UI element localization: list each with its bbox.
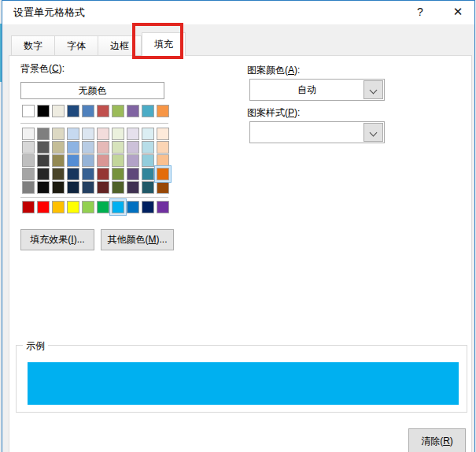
color-swatch[interactable] <box>82 181 94 194</box>
pattern-color-dropdown[interactable]: 自动 <box>249 79 385 101</box>
color-swatch[interactable] <box>82 201 94 213</box>
color-swatch[interactable] <box>127 141 139 154</box>
color-swatch[interactable] <box>127 105 139 117</box>
pattern-color-drop-button[interactable] <box>363 80 383 99</box>
color-swatch[interactable] <box>157 128 169 140</box>
color-swatch[interactable] <box>37 128 50 140</box>
color-swatch[interactable] <box>127 168 139 180</box>
color-swatch[interactable] <box>52 168 65 180</box>
color-swatch[interactable] <box>112 168 124 180</box>
pattern-style-drop-button[interactable] <box>363 123 383 142</box>
color-swatch[interactable] <box>82 105 94 117</box>
tint-color-row <box>22 181 172 194</box>
color-swatch[interactable] <box>142 201 154 213</box>
more-colors-button[interactable]: 其他颜色(M)... <box>101 229 174 250</box>
color-swatch[interactable] <box>67 168 79 180</box>
color-swatch[interactable] <box>37 181 50 194</box>
color-swatch[interactable] <box>112 128 124 140</box>
palette-divider <box>20 197 168 198</box>
color-swatch[interactable] <box>142 128 154 140</box>
color-swatch[interactable] <box>67 141 79 154</box>
tab-fill[interactable]: 填充 <box>142 32 186 56</box>
color-swatch[interactable] <box>97 128 109 140</box>
color-swatch[interactable] <box>37 154 50 167</box>
color-swatch[interactable] <box>112 201 124 213</box>
tab-strip: 数字 字体 边框 填充 <box>11 32 186 56</box>
color-swatch[interactable] <box>67 201 79 213</box>
color-swatch[interactable] <box>157 201 169 213</box>
tab-font[interactable]: 字体 <box>55 35 98 56</box>
color-swatch[interactable] <box>127 154 139 167</box>
color-swatch[interactable] <box>52 141 65 154</box>
color-swatch[interactable] <box>97 168 109 180</box>
color-swatch[interactable] <box>22 181 35 194</box>
tint-color-row <box>22 168 172 180</box>
color-swatch[interactable] <box>52 154 65 167</box>
color-swatch[interactable] <box>112 141 124 154</box>
color-swatch[interactable] <box>82 141 94 154</box>
color-swatch[interactable] <box>22 168 35 180</box>
color-swatch[interactable] <box>22 154 35 167</box>
color-swatch[interactable] <box>67 181 79 194</box>
color-swatch[interactable] <box>97 181 109 194</box>
fill-effects-button[interactable]: 填充效果(I)... <box>20 229 94 250</box>
color-swatch[interactable] <box>52 201 65 213</box>
color-swatch[interactable] <box>157 141 169 154</box>
color-swatch[interactable] <box>97 154 109 167</box>
palette-divider <box>20 123 168 124</box>
chevron-down-icon <box>370 129 378 137</box>
dialog-title: 设置单元格格式 <box>13 1 85 24</box>
color-swatch[interactable] <box>22 128 35 140</box>
fill-tab-page: 背景色(C): 无颜色 填充效果(I)... 其他颜色(M)... 图案颜色(A… <box>9 55 472 452</box>
color-swatch[interactable] <box>142 168 154 180</box>
color-swatch[interactable] <box>112 105 124 117</box>
color-swatch[interactable] <box>157 105 169 117</box>
tab-border[interactable]: 边框 <box>98 35 142 56</box>
color-swatch[interactable] <box>142 181 154 194</box>
color-swatch[interactable] <box>22 201 35 213</box>
clear-button[interactable]: 清除(R) <box>408 428 466 452</box>
tint-color-row <box>22 128 172 140</box>
color-swatch[interactable] <box>52 181 65 194</box>
help-icon[interactable]: ? <box>408 1 432 23</box>
color-swatch[interactable] <box>97 105 109 117</box>
color-swatch[interactable] <box>127 201 139 213</box>
format-cells-dialog: 设置单元格格式 ? ✕ 数字 字体 边框 填充 背景色(C): 无颜色 填充效果… <box>2 0 475 452</box>
sample-label: 示例 <box>23 339 48 353</box>
color-swatch[interactable] <box>127 181 139 194</box>
color-swatch[interactable] <box>37 201 50 213</box>
color-swatch[interactable] <box>52 128 65 140</box>
sample-group-box: 示例 <box>16 345 467 413</box>
color-swatch[interactable] <box>112 154 124 167</box>
color-swatch[interactable] <box>142 105 154 117</box>
pattern-color-label: 图案颜色(A): <box>247 64 300 77</box>
color-swatch[interactable] <box>112 181 124 194</box>
color-swatch[interactable] <box>52 105 65 117</box>
color-swatch[interactable] <box>157 181 169 194</box>
color-swatch[interactable] <box>37 105 50 117</box>
color-swatch[interactable] <box>127 128 139 140</box>
tint-color-rows <box>22 128 172 195</box>
no-color-button[interactable]: 无颜色 <box>20 82 164 99</box>
pattern-style-dropdown[interactable] <box>249 121 385 143</box>
pattern-style-label: 图案样式(P): <box>247 106 300 120</box>
color-swatch[interactable] <box>97 201 109 213</box>
color-swatch[interactable] <box>67 154 79 167</box>
background-color-label: 背景色(C): <box>20 62 65 76</box>
color-swatch[interactable] <box>37 141 50 154</box>
color-swatch[interactable] <box>22 141 35 154</box>
color-swatch[interactable] <box>37 168 50 180</box>
color-swatch[interactable] <box>142 141 154 154</box>
color-swatch[interactable] <box>97 141 109 154</box>
color-swatch[interactable] <box>157 168 169 180</box>
color-swatch[interactable] <box>22 105 35 117</box>
color-swatch[interactable] <box>67 128 79 140</box>
color-swatch[interactable] <box>82 168 94 180</box>
color-swatch[interactable] <box>82 128 94 140</box>
color-swatch[interactable] <box>67 105 79 117</box>
close-icon[interactable]: ✕ <box>446 1 470 23</box>
color-swatch[interactable] <box>157 154 169 167</box>
color-swatch[interactable] <box>82 154 94 167</box>
tab-number[interactable]: 数字 <box>11 35 55 56</box>
color-swatch[interactable] <box>142 154 154 167</box>
